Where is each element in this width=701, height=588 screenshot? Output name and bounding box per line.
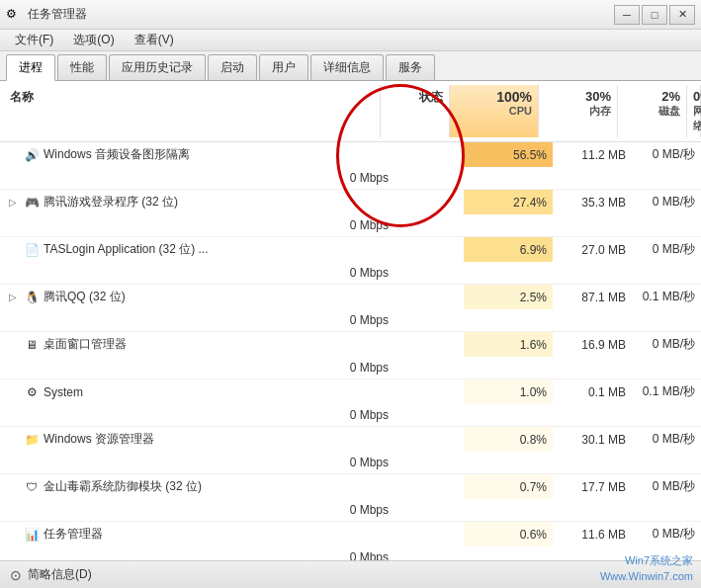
process-disk: 0 MB/秒 (632, 190, 701, 214)
table-row[interactable]: ▷ 🐧 腾讯QQ (32 位) 2.5% 87.1 MB 0.1 MB/秒 0 … (0, 285, 701, 332)
process-icon: 🖥 (24, 337, 40, 353)
process-icon: ⚙ (24, 384, 40, 400)
process-name-text: 腾讯游戏登录程序 (32 位) (44, 194, 178, 210)
process-disk: 0 MB/秒 (632, 427, 701, 452)
process-cpu: 2.5% (464, 285, 553, 309)
table-row[interactable]: 🔊 Windows 音频设备图形隔离 56.5% 11.2 MB 0 MB/秒 … (0, 142, 701, 190)
watermark-line2: Www.Winwin7.com (600, 569, 693, 584)
menu-view[interactable]: 查看(V) (126, 29, 183, 51)
process-name: 🛡 金山毒霸系统防御模块 (32 位) (0, 474, 394, 499)
title-bar-left: ⚙ 任务管理器 (6, 6, 87, 23)
process-disk: 0.1 MB/秒 (632, 285, 701, 309)
status-icon: ⊙ (10, 567, 22, 583)
tab-services[interactable]: 服务 (386, 54, 435, 80)
process-name: ▷ 🎮 腾讯游戏登录程序 (32 位) (0, 190, 394, 214)
process-memory: 11.6 MB (553, 522, 632, 546)
status-label[interactable]: 简略信息(D) (28, 566, 92, 583)
table-row[interactable]: 🖥 桌面窗口管理器 1.6% 16.9 MB 0 MB/秒 0 Mbps (0, 332, 701, 379)
process-cpu: 0.7% (464, 474, 553, 499)
process-status (394, 427, 464, 452)
menu-file[interactable]: 文件(F) (6, 29, 62, 51)
disk-percent: 2% (624, 89, 680, 104)
expand-arrow[interactable]: ▷ (8, 197, 18, 208)
process-name-text: 任务管理器 (44, 526, 103, 543)
process-disk: 0.1 MB/秒 (632, 379, 701, 404)
process-name-text: TASLogin Application (32 位) ... (44, 241, 209, 258)
main-content: 名称 状态 100% CPU 30% 内存 2% 磁盘 0% 网络 (0, 81, 701, 560)
process-disk: 0 MB/秒 (632, 237, 701, 262)
mem-percent: 30% (545, 89, 611, 104)
process-memory: 30.1 MB (553, 427, 632, 452)
col-disk[interactable]: 2% 磁盘 (618, 85, 687, 137)
process-name: ▷ 🐧 腾讯QQ (32 位) (0, 285, 394, 309)
process-status (394, 474, 464, 499)
col-network[interactable]: 0% 网络 (687, 85, 701, 137)
process-network: 0 Mbps (0, 262, 394, 284)
tab-processes[interactable]: 进程 (6, 54, 55, 81)
table-row[interactable]: 📊 任务管理器 0.6% 11.6 MB 0 MB/秒 0 Mbps (0, 522, 701, 560)
table-row[interactable]: ▷ 🎮 腾讯游戏登录程序 (32 位) 27.4% 35.3 MB 0 MB/秒… (0, 190, 701, 237)
table-row[interactable]: ⚙ System 1.0% 0.1 MB 0.1 MB/秒 0 Mbps (0, 379, 701, 427)
process-cpu: 1.6% (464, 332, 553, 357)
col-memory[interactable]: 30% 内存 (539, 85, 618, 137)
process-disk: 0 MB/秒 (632, 142, 701, 167)
tab-performance[interactable]: 性能 (57, 54, 107, 80)
process-name: 📊 任务管理器 (0, 522, 394, 546)
col-status[interactable]: 状态 (381, 85, 450, 137)
process-icon: 🛡 (24, 479, 40, 495)
process-status (394, 285, 464, 309)
process-name: 🖥 桌面窗口管理器 (0, 332, 394, 357)
process-icon: 🔊 (24, 147, 40, 163)
watermark: Win7系统之家 Www.Winwin7.com (600, 553, 693, 584)
tab-app-history[interactable]: 应用历史记录 (109, 54, 206, 80)
mem-label: 内存 (545, 104, 611, 119)
process-network: 0 Mbps (0, 404, 394, 426)
process-icon: 📊 (24, 527, 40, 543)
tab-startup[interactable]: 启动 (208, 54, 257, 80)
col-cpu[interactable]: 100% CPU (450, 85, 539, 137)
process-status (394, 237, 464, 262)
process-network: 0 Mbps (0, 499, 394, 521)
process-icon: 📁 (24, 432, 40, 448)
process-name-text: Windows 资源管理器 (44, 431, 154, 448)
process-memory: 16.9 MB (553, 332, 632, 357)
net-label: 网络 (693, 104, 694, 133)
table-row[interactable]: 📁 Windows 资源管理器 0.8% 30.1 MB 0 MB/秒 0 Mb… (0, 427, 701, 474)
process-icon: 📄 (24, 242, 40, 258)
process-memory: 17.7 MB (553, 474, 632, 499)
expand-arrow[interactable]: ▷ (8, 292, 18, 302)
process-cpu: 0.6% (464, 522, 553, 546)
process-network: 0 Mbps (0, 214, 394, 236)
close-button[interactable]: ✕ (669, 5, 695, 25)
title-bar: ⚙ 任务管理器 ─ □ ✕ (0, 0, 701, 30)
process-memory: 11.2 MB (553, 142, 632, 167)
process-network: 0 Mbps (0, 452, 394, 473)
window-title: 任务管理器 (28, 6, 87, 23)
status-bar: ⊙ 简略信息(D) (0, 560, 701, 588)
process-status (394, 142, 464, 167)
menu-options[interactable]: 选项(O) (64, 29, 123, 51)
process-memory: 0.1 MB (553, 379, 632, 404)
cpu-label: CPU (456, 105, 532, 117)
process-status (394, 190, 464, 214)
table-row[interactable]: 🛡 金山毒霸系统防御模块 (32 位) 0.7% 17.7 MB 0 MB/秒 … (0, 474, 701, 522)
table-row[interactable]: 📄 TASLogin Application (32 位) ... 6.9% 2… (0, 237, 701, 285)
process-cpu: 27.4% (464, 190, 553, 214)
tab-details[interactable]: 详细信息 (310, 54, 384, 80)
process-icon: 🐧 (24, 290, 40, 305)
tab-bar: 进程 性能 应用历史记录 启动 用户 详细信息 服务 (0, 51, 701, 81)
maximize-button[interactable]: □ (642, 5, 667, 25)
process-name: ⚙ System (0, 379, 394, 404)
process-table[interactable]: 🔊 Windows 音频设备图形隔离 56.5% 11.2 MB 0 MB/秒 … (0, 142, 701, 560)
process-cpu: 56.5% (464, 142, 553, 167)
cpu-percent: 100% (456, 89, 532, 105)
process-icon: 🎮 (24, 195, 40, 210)
process-name: 🔊 Windows 音频设备图形隔离 (0, 142, 394, 167)
table-header: 名称 状态 100% CPU 30% 内存 2% 磁盘 0% 网络 (0, 81, 701, 142)
net-percent: 0% (693, 89, 694, 104)
process-cpu: 1.0% (464, 379, 553, 404)
process-network: 0 Mbps (0, 546, 394, 560)
tab-users[interactable]: 用户 (259, 54, 308, 80)
minimize-button[interactable]: ─ (614, 5, 640, 25)
col-name[interactable]: 名称 (0, 85, 381, 137)
